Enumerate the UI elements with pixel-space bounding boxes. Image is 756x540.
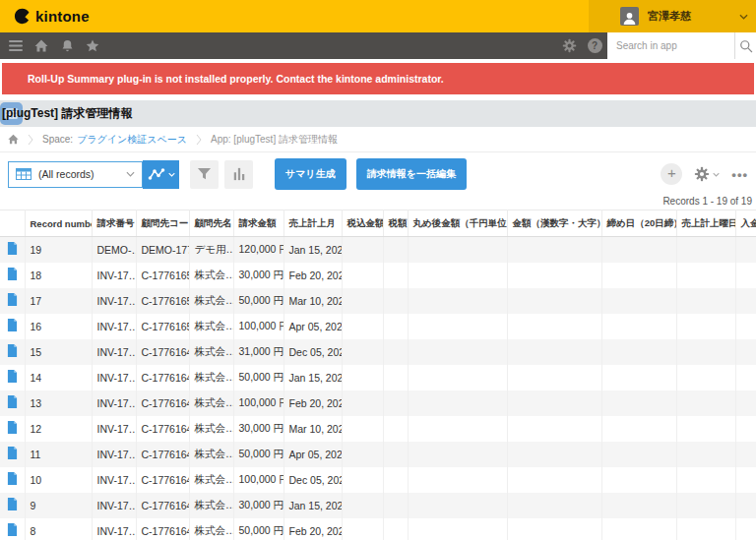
- table-cell: INV-17…: [92, 390, 136, 416]
- table-cell: [383, 263, 408, 288]
- record-open-icon[interactable]: [0, 237, 25, 263]
- table-cell: C-17761649…: [136, 390, 189, 416]
- record-open-icon[interactable]: [0, 493, 25, 518]
- table-cell: Jan 15, 2026: [284, 493, 342, 518]
- table-cell: Feb 20, 2026: [284, 263, 342, 288]
- hamburger-menu-button[interactable]: [3, 32, 29, 59]
- record-open-icon[interactable]: [0, 288, 25, 314]
- record-open-icon[interactable]: [0, 442, 25, 467]
- table-cell: [676, 467, 735, 493]
- table-cell: Feb 20, 2026: [284, 390, 342, 416]
- column-header[interactable]: 顧問先コード: [136, 210, 189, 237]
- table-cell: [408, 314, 507, 339]
- global-nav-bar: ?: [0, 32, 756, 59]
- filter-button[interactable]: [190, 160, 219, 189]
- generate-summary-button[interactable]: サマリ生成: [275, 158, 346, 190]
- table-cell: C-17761658…: [136, 314, 189, 339]
- table-cell: [601, 263, 676, 288]
- table-cell: [735, 416, 756, 442]
- table-row[interactable]: 14INV-17…C-17761649…株式会…50,000 円Jan 15, …: [0, 365, 756, 390]
- help-button[interactable]: ?: [582, 32, 607, 59]
- table-row[interactable]: 8INV-17…C-17761642…株式会…50,000 円Feb 20, 2…: [0, 518, 756, 540]
- table-cell: Mar 10, 2026: [284, 288, 342, 314]
- chevron-down-icon: [126, 171, 135, 177]
- column-header[interactable]: Record number: [25, 210, 92, 237]
- table-cell: [507, 416, 601, 442]
- notifications-bell-button[interactable]: [54, 32, 80, 59]
- table-cell: 8: [25, 518, 92, 540]
- user-avatar-icon: [620, 7, 639, 26]
- table-cell: [601, 518, 676, 540]
- table-cell: INV-17…: [92, 288, 136, 314]
- table-cell: [676, 339, 735, 365]
- table-cell: [507, 288, 601, 314]
- record-open-icon[interactable]: [0, 518, 25, 540]
- column-header[interactable]: 売上計上月: [284, 210, 342, 237]
- kintone-logo[interactable]: kintone: [14, 8, 90, 25]
- column-header[interactable]: 請求金額: [233, 210, 284, 237]
- table-cell: [342, 442, 383, 467]
- table-cell: C-17761649…: [136, 365, 189, 390]
- table-row[interactable]: 18INV-17…C-17761658…株式会…30,000 円Feb 20, …: [0, 263, 756, 288]
- table-cell: [507, 390, 601, 416]
- table-cell: [676, 390, 735, 416]
- home-button[interactable]: [29, 32, 54, 59]
- column-header[interactable]: 税額: [383, 210, 408, 237]
- settings-gear-button[interactable]: [556, 32, 582, 59]
- breadcrumb-home-icon[interactable]: [8, 134, 19, 145]
- table-row[interactable]: 16INV-17…C-17761658…株式会…100,000 円Apr 05,…: [0, 314, 756, 339]
- table-cell: [507, 314, 601, 339]
- column-header[interactable]: 丸め後金額（千円単位）: [408, 210, 507, 237]
- view-selector-dropdown[interactable]: (All records): [8, 161, 143, 188]
- add-record-button[interactable]: +: [661, 163, 682, 185]
- bulk-edit-invoices-button[interactable]: 請求情報を一括編集: [356, 158, 467, 190]
- user-menu[interactable]: 宮澤孝慈: [589, 0, 756, 32]
- table-cell: 13: [25, 390, 92, 416]
- table-row[interactable]: 9INV-17…C-17761642…株式会…30,000 円Jan 15, 2…: [0, 493, 756, 518]
- more-options-button[interactable]: •••: [731, 167, 748, 182]
- table-cell: 株式会…: [189, 365, 233, 390]
- table-view-icon: [16, 168, 32, 180]
- search-button[interactable]: [734, 32, 756, 59]
- table-row[interactable]: 15INV-17…C-17761649…株式会…31,000 円Dec 05, …: [0, 339, 756, 365]
- table-cell: 株式会…: [189, 390, 233, 416]
- column-header[interactable]: 金額（漢数字・大字）: [507, 210, 601, 237]
- table-row[interactable]: 13INV-17…C-17761649…株式会…100,000 円Feb 20,…: [0, 390, 756, 416]
- table-cell: [735, 442, 756, 467]
- breadcrumb-space-label: Space:: [42, 134, 73, 145]
- table-cell: [408, 339, 507, 365]
- column-header[interactable]: 締め日（20日締）: [601, 210, 676, 237]
- table-row[interactable]: 11INV-17…C-17761647…株式会…50,000 円Apr 05, …: [0, 442, 756, 467]
- record-open-icon[interactable]: [0, 365, 25, 390]
- record-open-icon[interactable]: [0, 416, 25, 442]
- column-header[interactable]: 入金: [735, 210, 756, 237]
- table-row[interactable]: 10INV-17…C-17761647…株式会…100,000 円Dec 05,…: [0, 467, 756, 493]
- record-open-icon[interactable]: [0, 339, 25, 365]
- table-cell: [383, 339, 408, 365]
- column-header[interactable]: 売上計上曜日: [676, 210, 735, 237]
- table-cell: 30,000 円: [233, 263, 284, 288]
- graph-view-switch-button[interactable]: [143, 160, 179, 189]
- table-row[interactable]: 12INV-17…C-17761647…株式会…30,000 円Mar 10, …: [0, 416, 756, 442]
- record-open-icon[interactable]: [0, 467, 25, 493]
- search-input[interactable]: [607, 40, 734, 51]
- table-cell: [676, 314, 735, 339]
- column-header[interactable]: 請求番号: [92, 210, 136, 237]
- record-open-icon[interactable]: [0, 390, 25, 416]
- table-cell: [383, 365, 408, 390]
- column-header[interactable]: 顧問先名: [189, 210, 233, 237]
- column-header[interactable]: 税込金額: [342, 210, 383, 237]
- records-table: Record number請求番号顧問先コード顧問先名請求金額売上計上月税込金額…: [0, 210, 756, 540]
- favorites-star-button[interactable]: [80, 32, 105, 59]
- chart-button[interactable]: [224, 160, 253, 189]
- record-open-icon[interactable]: [0, 314, 25, 339]
- breadcrumb-space-link[interactable]: プラグイン検証スペース: [77, 133, 187, 147]
- app-settings-button[interactable]: [694, 166, 720, 182]
- table-cell: [601, 467, 676, 493]
- table-row[interactable]: 19DEMO-…DEMO-1776…デモ用…120,000 円Jan 15, 2…: [0, 237, 756, 263]
- table-cell: 120,000 円: [233, 237, 284, 263]
- table-cell: [342, 237, 383, 263]
- table-cell: [383, 442, 408, 467]
- table-row[interactable]: 17INV-17…C-17761658…株式会…50,000 円Mar 10, …: [0, 288, 756, 314]
- record-open-icon[interactable]: [0, 263, 25, 288]
